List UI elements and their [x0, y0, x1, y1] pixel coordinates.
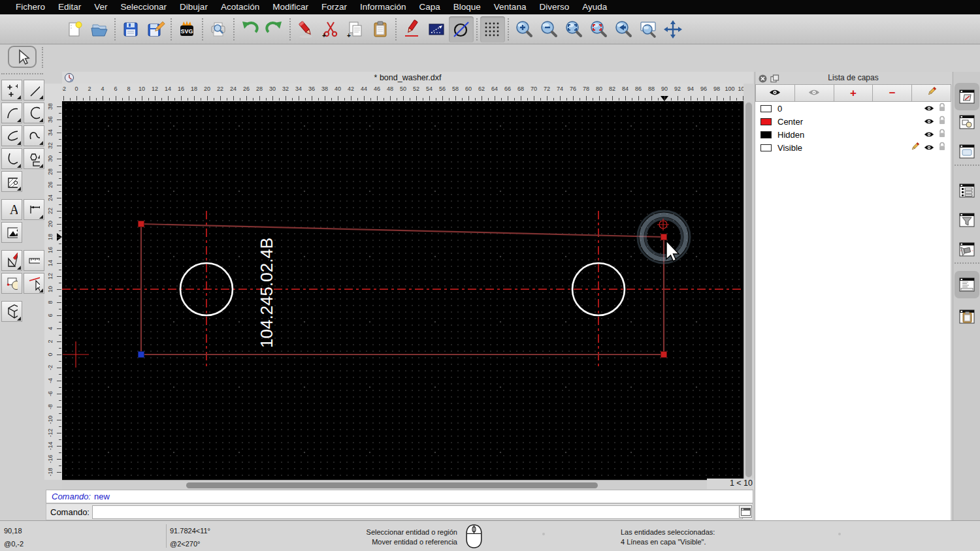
remove-layer-button[interactable]: −: [873, 84, 912, 102]
dimension-tool-button[interactable]: [24, 199, 44, 220]
hatch-tool-button[interactable]: [1, 171, 22, 192]
polygon-tool-button[interactable]: [24, 148, 44, 169]
layer-visibility-eye-icon[interactable]: [924, 142, 934, 153]
menu-editar[interactable]: Editar: [52, 0, 88, 14]
print-preview-button[interactable]: [206, 16, 231, 42]
restrict-orthogonal-button[interactable]: [449, 16, 474, 42]
circle-tool-button[interactable]: [24, 102, 44, 123]
hide-all-layers-button[interactable]: [795, 84, 834, 102]
modify-tool-button[interactable]: [1, 250, 22, 271]
polyline-tool-button[interactable]: [1, 148, 22, 169]
measure-ruler-tool-button[interactable]: [24, 250, 44, 271]
vertical-scrollbar[interactable]: [743, 101, 753, 480]
open-file-button[interactable]: [87, 16, 112, 42]
menu-forzar[interactable]: Forzar: [315, 0, 353, 14]
redo-button[interactable]: [262, 16, 287, 42]
menu-dibujar[interactable]: Dibujar: [173, 0, 214, 14]
drawing-canvas[interactable]: 104.245.02.4B: [62, 101, 743, 480]
select-entity-tool-button[interactable]: [24, 273, 44, 294]
command-input[interactable]: [92, 505, 743, 519]
layer-name[interactable]: Hidden: [777, 130, 924, 140]
zoom-pan-button[interactable]: [661, 16, 685, 42]
point-tool-button[interactable]: [1, 80, 22, 101]
menu-ayuda[interactable]: Ayuda: [576, 0, 613, 14]
layer-lock-icon[interactable]: [938, 142, 946, 153]
dock-clipboard-button[interactable]: [957, 307, 977, 326]
selection-handle[interactable]: [661, 352, 667, 358]
dock-filter-button[interactable]: [957, 210, 977, 230]
select-tool-button[interactable]: [8, 46, 37, 68]
menu-informacion[interactable]: Información: [353, 0, 413, 14]
vertical-scrollbar-thumb[interactable]: [745, 102, 752, 477]
layer-row-center[interactable]: Center: [755, 115, 951, 128]
zoom-window-button[interactable]: [636, 16, 661, 42]
selected-line-top[interactable]: [141, 224, 664, 237]
edit-layer-button[interactable]: [912, 84, 951, 102]
layer-row-hidden[interactable]: Hidden: [755, 128, 951, 141]
menu-fichero[interactable]: Fichero: [9, 0, 52, 14]
arc-tool-button[interactable]: [1, 102, 22, 123]
zoom-redraw-button[interactable]: [586, 16, 611, 42]
line-tool-button[interactable]: [24, 80, 44, 101]
zoom-in-button[interactable]: [512, 16, 536, 42]
spline-tool-button[interactable]: [24, 125, 44, 146]
reference-handle[interactable]: [139, 352, 144, 358]
save-as-button[interactable]: [143, 16, 168, 42]
menu-ver[interactable]: Ver: [88, 0, 114, 14]
layer-color-swatch[interactable]: [760, 131, 772, 138]
layer-lock-icon[interactable]: [938, 116, 946, 127]
layer-name[interactable]: 0: [777, 104, 924, 114]
menu-ventana[interactable]: Ventana: [487, 0, 533, 14]
new-file-button[interactable]: [62, 16, 87, 42]
dock-layers-button[interactable]: [955, 83, 979, 110]
selection-handle[interactable]: [661, 234, 667, 240]
command-detach-button[interactable]: [739, 505, 752, 518]
layer-color-swatch[interactable]: [760, 144, 772, 151]
layer-visibility-eye-icon[interactable]: [924, 116, 934, 127]
draw-pencil-button[interactable]: [399, 16, 424, 42]
ellipse-tool-button[interactable]: [1, 125, 22, 146]
cut-button[interactable]: +: [318, 16, 343, 42]
layer-visibility-eye-icon[interactable]: [924, 129, 934, 140]
annotation-text[interactable]: 104.245.02.4B: [257, 238, 276, 348]
horizontal-scrollbar[interactable]: [62, 480, 743, 490]
solid-tool-button[interactable]: [1, 301, 22, 322]
horizontal-scrollbar-thumb[interactable]: [186, 482, 598, 488]
layer-visibility-eye-icon[interactable]: [924, 102, 934, 114]
paste-button[interactable]: [368, 16, 393, 42]
dock-properties-button[interactable]: [957, 181, 977, 200]
edit-shape-tool-button[interactable]: [1, 273, 22, 294]
layer-color-swatch[interactable]: [760, 118, 772, 125]
copy-button[interactable]: +: [343, 16, 368, 42]
layer-lock-icon[interactable]: [938, 102, 946, 114]
add-layer-button[interactable]: +: [834, 84, 874, 102]
measure-angle-button[interactable]: [424, 16, 449, 42]
zoom-auto-button[interactable]: [561, 16, 586, 42]
menu-seleccionar[interactable]: Seleccionar: [114, 0, 174, 14]
layer-lock-icon[interactable]: [938, 129, 946, 140]
layer-name[interactable]: Visible: [777, 143, 910, 153]
menu-capa[interactable]: Capa: [413, 0, 447, 14]
dock-command-button[interactable]: [955, 271, 979, 298]
zoom-out-button[interactable]: [536, 16, 561, 42]
delete-button[interactable]: [293, 16, 318, 42]
save-button[interactable]: [118, 16, 143, 42]
menu-acotacion[interactable]: Acotación: [214, 0, 266, 14]
layer-row-0[interactable]: 0: [755, 102, 951, 115]
selection-handle[interactable]: [139, 221, 144, 227]
dock-library-button[interactable]: [957, 142, 977, 161]
zoom-previous-button[interactable]: [611, 16, 636, 42]
menu-diverso[interactable]: Diverso: [532, 0, 576, 14]
layer-row-visible[interactable]: Visible: [755, 141, 951, 154]
image-tool-button[interactable]: [1, 222, 22, 243]
dock-blocks-button[interactable]: [957, 112, 977, 132]
text-tool-button[interactable]: A: [1, 199, 22, 220]
svg-export-button[interactable]: SVG: [174, 16, 199, 42]
undo-button[interactable]: [237, 16, 262, 42]
layer-color-swatch[interactable]: [760, 105, 772, 112]
menu-bloque[interactable]: Bloque: [447, 0, 487, 14]
layer-name[interactable]: Center: [777, 117, 924, 127]
show-all-layers-button[interactable]: [755, 84, 795, 102]
grid-snap-button[interactable]: [480, 16, 505, 42]
menu-modificar[interactable]: Modificar: [266, 0, 315, 14]
